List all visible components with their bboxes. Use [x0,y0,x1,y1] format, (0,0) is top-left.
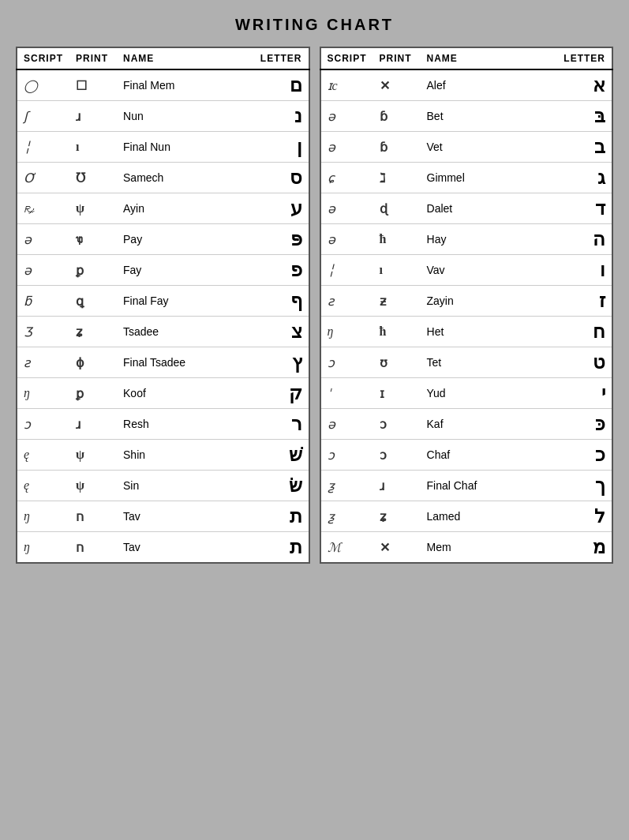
table-row: ęψSinשׂ [17,471,309,501]
cell-letter: ם [228,69,309,101]
cell-print: ℷ [373,163,421,193]
cell-script: ƃ [17,286,69,317]
cell-letter: מ [523,532,612,564]
cell-letter: פּ [228,224,309,255]
cell-script: ɪc [320,69,373,101]
cell-name: Final Chaf [421,471,523,501]
table-row: əɖDaletד [320,193,613,224]
cell-script: ŋ [17,378,69,409]
table-row: ɔʊTetט [320,347,613,378]
cell-print: ɪ [373,378,421,409]
left-col-print-header: Print [69,47,117,69]
cell-name: Final Nun [117,132,228,163]
cell-print: ʑ [373,501,421,532]
cell-print: ħ [373,317,421,347]
cell-name: Final Mem [117,69,228,101]
cell-script: ƺ [320,471,373,501]
cell-name: Chaf [421,440,523,471]
table-row: ɔɹReshר [17,409,309,440]
table-row: ɔɔChafכ [320,440,613,471]
table-row: ŋħHetח [320,317,613,347]
right-col-print-header: Print [373,47,421,69]
cell-script: Ʒ [17,317,69,347]
cell-print: ꝕ [69,224,117,255]
cell-name: Nun [117,101,228,132]
cell-print: ꝑ [69,255,117,286]
cell-print: ψ [69,193,117,224]
cell-script: ə [17,255,69,286]
cell-print: ח [69,532,117,564]
cell-script: ╎ [320,255,373,286]
cell-name: Zayin [421,286,523,317]
table-row: əɓBetבּ [320,101,613,132]
table-row: ƨƶZayinז [320,286,613,317]
cell-script: ꝶ [17,193,69,224]
table-row: ƨɸFinal Tsadeeץ [17,347,309,378]
cell-letter: ק [228,378,309,409]
cell-name: Ayin [117,193,228,224]
cell-letter: ב [523,132,612,163]
cell-print: ʑ [69,317,117,347]
cell-script: ℳ [320,532,373,564]
cell-print: ꝑ [69,378,117,409]
cell-letter: ט [523,347,612,378]
table-row: ƷʑTsadeeצ [17,317,309,347]
cell-print: ɔ [373,409,421,440]
cell-print: ɹ [69,409,117,440]
cell-print: Ʊ [69,163,117,193]
cell-name: Het [421,317,523,347]
cell-script: ę [17,440,69,471]
cell-script: ʃ [17,101,69,132]
cell-script: ə [320,193,373,224]
cell-name: Tav [117,501,228,532]
cell-script: ə [320,101,373,132]
cell-letter: פ [228,255,309,286]
cell-print: ɸ [69,347,117,378]
cell-print: ı [69,132,117,163]
cell-print: ✕ [373,69,421,101]
right-col-script-header: Script [320,47,373,69]
cell-letter: ז [523,286,612,317]
cell-print: ɹ [69,101,117,132]
cell-print: ɓ [373,101,421,132]
cell-print: ☐ [69,69,117,101]
cell-letter: צ [228,317,309,347]
cell-letter: ת [228,501,309,532]
cell-letter: ד [523,193,612,224]
table-row: ƠƱSamechס [17,163,309,193]
cell-name: Samech [117,163,228,193]
cell-name: Shin [117,440,228,471]
table-row: ꝶψAyinע [17,193,309,224]
table-row: ╎ıFinal Nunן [17,132,309,163]
cell-name: Tsadee [117,317,228,347]
cell-letter: ר [228,409,309,440]
cell-script: ɕ [320,163,373,193]
cell-letter: ס [228,163,309,193]
cell-letter: י [523,378,612,409]
cell-print: ɖ [373,193,421,224]
cell-name: Vet [421,132,523,163]
cell-script: ə [17,224,69,255]
cell-script: ə [320,409,373,440]
cell-print: ח [69,501,117,532]
cell-script: Ơ [17,163,69,193]
table-row: ʃɹNunנ [17,101,309,132]
cell-letter: שׂ [228,471,309,501]
table-row: əħHayה [320,224,613,255]
page-title: WRITING CHART [235,16,394,34]
cell-print: ɓ [373,132,421,163]
cell-print: ƶ [373,286,421,317]
table-row: ŋꝑKoofק [17,378,309,409]
right-table: Script Print Name Letter ɪc✕AlefאəɓBetבּ… [320,47,614,564]
cell-letter: נ [228,101,309,132]
cell-print: ʊ [373,347,421,378]
table-row: ęψShinשׁ [17,440,309,471]
cell-script: ɔ [320,440,373,471]
cell-name: Final Tsadee [117,347,228,378]
left-col-name-header: Name [117,47,228,69]
left-col-script-header: Script [17,47,69,69]
cell-name: Lamed [421,501,523,532]
table-row: ƺɹFinal Chafך [320,471,613,501]
right-col-name-header: Name [421,47,523,69]
left-table: Script Print Name Letter ◯☐Final MemםʃɹN… [16,47,310,564]
